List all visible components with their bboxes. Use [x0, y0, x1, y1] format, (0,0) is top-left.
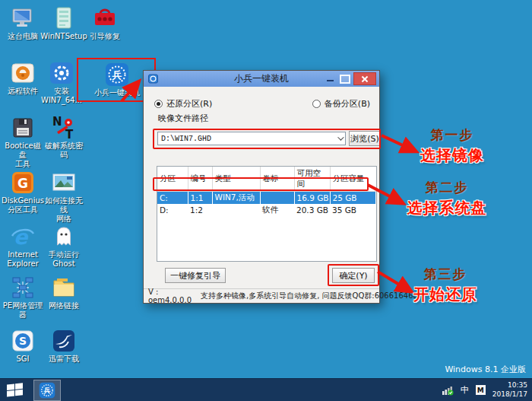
- step-3-subtitle: 开始还原: [398, 285, 492, 305]
- clock-date: 2018/1/17: [492, 390, 527, 399]
- step-1-subtitle: 选择镜像: [407, 145, 498, 166]
- radio-dot-selected: [154, 100, 163, 108]
- close-button[interactable]: [353, 72, 376, 85]
- svg-text:G: G: [17, 176, 28, 191]
- annotation-step-1: 第一步 选择镜像: [407, 126, 498, 166]
- desktop-icon-sgi[interactable]: S SGI: [2, 329, 43, 364]
- icon-label: 网络链接: [49, 301, 79, 310]
- clock-time: 10:35: [492, 381, 527, 390]
- desktop-icon-diskgenius[interactable]: G DiskGenius 分区工具: [2, 170, 43, 215]
- windows-logo-icon: [7, 383, 24, 397]
- table-header-row: 分区 编号 类型 卷标 可用空间 分区容量: [157, 167, 376, 192]
- dialog-statusbar: V : oem4.0.0.0 支持多种镜像,多系统引导自动修复, 问题反馈QQ群…: [144, 288, 379, 303]
- chevron-down-icon: [337, 134, 344, 140]
- svg-text:T: T: [65, 128, 74, 140]
- windows-edition-label: Windows 8.1 企业版: [445, 364, 526, 375]
- icon-label: PE网络管理器: [2, 301, 43, 320]
- radio-backup-label: 备份分区(B): [325, 98, 370, 110]
- desktop-icon-winntsetup[interactable]: WinNTSetup: [43, 6, 84, 41]
- browse-button[interactable]: 浏览(S): [349, 131, 381, 146]
- network-status-icon[interactable]: [442, 385, 454, 396]
- internet-explorer-icon: e: [11, 224, 35, 249]
- clock[interactable]: 10:35 2018/1/17: [492, 381, 527, 399]
- desktop-icon-internet-explorer[interactable]: e Internet Explorer: [2, 224, 43, 269]
- ghost-icon: [52, 224, 76, 249]
- image-path-combobox[interactable]: D:\WIN7.GHD: [157, 132, 346, 145]
- col-number[interactable]: 编号: [188, 167, 212, 192]
- col-capacity[interactable]: 分区容量: [330, 167, 376, 192]
- partition-table: 分区 编号 类型 卷标 可用空间 分区容量 C:1:1 WIN7,活动 16.9…: [157, 166, 377, 262]
- step-2-subtitle: 选择系统盘: [397, 198, 497, 218]
- ime-language-indicator[interactable]: 中: [461, 384, 469, 396]
- table-row-c-selected[interactable]: C:1:1 WIN7,活动 16.9 GB25 GB: [157, 192, 376, 205]
- col-partition[interactable]: 分区: [157, 167, 188, 192]
- version-text: V : oem4.0.0.0: [144, 288, 196, 304]
- dialog-titlebar[interactable]: 小兵一键装机: [144, 71, 379, 87]
- desktop-icon-boot-repair[interactable]: 引导修复: [84, 6, 125, 41]
- diskgenius-icon: G: [11, 170, 35, 195]
- desktop-icon-network-links[interactable]: 网络链接: [43, 275, 84, 310]
- winntsetup-icon: [52, 6, 76, 30]
- radio-restore-partition[interactable]: 还原分区(R): [154, 98, 212, 110]
- icon-label: 手动运行 Ghost: [49, 250, 79, 269]
- pe-network-manager-icon: [11, 275, 35, 300]
- radio-backup-partition[interactable]: 备份分区(B): [312, 98, 370, 110]
- taskbar: 兵 中 M 10:35 2018/1/17: [0, 378, 532, 401]
- col-type[interactable]: 类型: [212, 167, 260, 192]
- boot-repair-toolbox-icon: [93, 6, 117, 30]
- desktop-icon-install-win7[interactable]: 安装 WIN7_64...: [41, 61, 82, 105]
- desktop-icon-wireless-help[interactable]: 如何连接无线 网络: [43, 170, 84, 224]
- icon-label: Internet Explorer: [7, 250, 39, 269]
- icon-label: Bootice磁盘 工具: [2, 142, 43, 169]
- desktop-icon-bootice[interactable]: Bootice磁盘 工具: [2, 116, 43, 169]
- table-row-d[interactable]: D:1:2 软件 20.3 GB35 GB: [157, 204, 376, 216]
- xiaobing-taskbar-icon: 兵: [39, 382, 55, 399]
- icon-label: 迅雷下载: [49, 355, 79, 364]
- minimize-button[interactable]: [325, 74, 337, 84]
- annotation-step-3: 第三步 开始还原: [398, 266, 492, 305]
- remote-software-icon: [11, 61, 35, 85]
- desktop: 这台电脑 WinNTSetup 引导修复 远程软件 安装 WIN7_64... …: [0, 0, 532, 401]
- sgi-icon: S: [11, 329, 35, 353]
- ok-button[interactable]: 确定(Y): [332, 268, 375, 283]
- system-tray: 中 M 10:35 2018/1/17: [442, 381, 532, 399]
- desktop-icon-password-crack[interactable]: NT 破解系统密码: [43, 116, 84, 160]
- svg-text:兵: 兵: [43, 387, 51, 394]
- network-links-folder-icon: [52, 275, 76, 300]
- install-win7-gear-icon: [49, 61, 74, 85]
- desktop-icon-this-pc[interactable]: 这台电脑: [2, 6, 43, 41]
- desktop-icon-thunder-download[interactable]: 迅雷下载: [43, 329, 84, 364]
- icon-label: 破解系统密码: [43, 142, 84, 160]
- icon-label: SGI: [16, 355, 29, 364]
- desktop-icon-remote-software[interactable]: 远程软件: [2, 61, 43, 96]
- icon-label: 引导修复: [90, 32, 120, 41]
- step-1-title: 第一步: [407, 126, 498, 144]
- icon-label: 安装 WIN7_64...: [41, 87, 82, 105]
- bootice-floppy-icon: [11, 116, 35, 140]
- icon-label: 远程软件: [8, 87, 38, 96]
- svg-text:e: e: [14, 225, 29, 249]
- thunder-download-icon: [52, 329, 76, 353]
- step-2-title: 第二步: [397, 179, 497, 196]
- col-free-space[interactable]: 可用空间: [294, 167, 330, 192]
- ime-mode-icon[interactable]: M: [476, 385, 486, 395]
- start-button[interactable]: [0, 379, 30, 401]
- image-path-label: 映像文件路径: [158, 113, 208, 124]
- image-path-value: D:\WIN7.GHD: [161, 135, 211, 143]
- desktop-icon-ghost[interactable]: 手动运行 Ghost: [43, 224, 84, 269]
- svg-text:S: S: [19, 335, 27, 347]
- icon-label: WinNTSetup: [40, 32, 87, 41]
- svg-text:N: N: [52, 116, 62, 129]
- radio-dot-unselected: [312, 100, 321, 108]
- maximize-button[interactable]: [340, 75, 350, 84]
- this-pc-icon: [11, 6, 35, 30]
- repair-boot-button[interactable]: 一键修复引导: [165, 268, 226, 283]
- desktop-icon-pe-network-manager[interactable]: PE网络管理器: [2, 275, 43, 320]
- installer-dialog: 小兵一键装机 还原分区(R) 备份分区(B) 映像文件路径 D:\WIN7.GH…: [143, 70, 380, 304]
- wireless-help-picture-icon: [52, 170, 76, 195]
- col-volume-label[interactable]: 卷标: [260, 167, 294, 192]
- annotation-step-2: 第二步 选择系统盘: [397, 179, 497, 218]
- password-crack-key-icon: NT: [52, 116, 76, 140]
- icon-label: DiskGenius 分区工具: [2, 196, 44, 215]
- taskbar-app-xiaobing[interactable]: 兵: [33, 380, 61, 401]
